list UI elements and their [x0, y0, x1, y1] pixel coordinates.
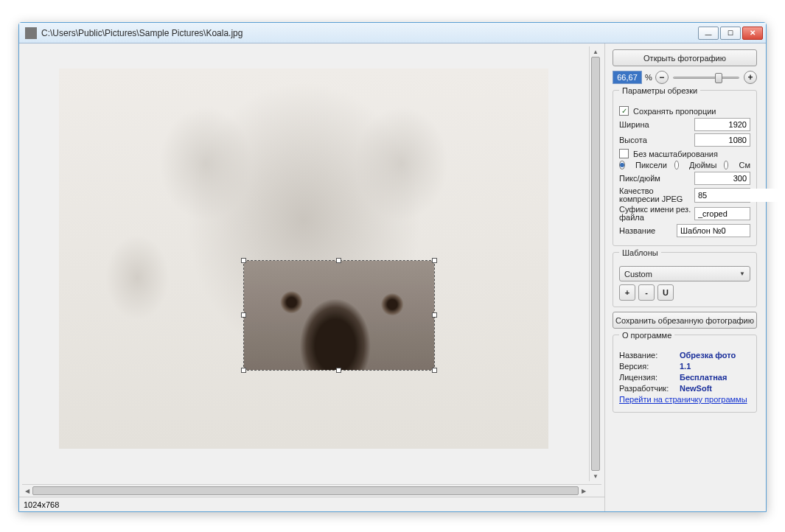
- about-dev: NewSoft: [680, 384, 712, 393]
- scroll-up-icon[interactable]: ▲: [590, 46, 601, 57]
- unit-cm-radio[interactable]: [724, 161, 728, 169]
- templates-title: Шаблоны: [619, 248, 661, 257]
- viewport[interactable]: ▲ ▼: [22, 46, 601, 481]
- keep-ratio-label: Сохранять пропорции: [633, 107, 716, 116]
- side-panel: Открыть фотографию 66,67 % − + Параметры…: [605, 43, 766, 511]
- height-label: Высота: [619, 136, 694, 144]
- about-dev-label: Разработчик:: [619, 384, 680, 393]
- template-update-button[interactable]: U: [657, 284, 674, 301]
- unit-pixels-label: Пиксели: [635, 161, 667, 169]
- crop-selection[interactable]: [243, 260, 435, 371]
- keep-ratio-checkbox[interactable]: ✓: [619, 106, 629, 116]
- close-button[interactable]: [742, 27, 763, 40]
- maximize-button[interactable]: [720, 27, 741, 40]
- templates-current: Custom: [624, 270, 652, 279]
- status-bar: 1024x768: [19, 497, 604, 511]
- scroll-down-icon[interactable]: ▼: [590, 471, 601, 481]
- about-name: Обрезка фото: [680, 351, 736, 360]
- zoom-row: 66,67 % − +: [613, 71, 757, 84]
- crop-handle-w[interactable]: [241, 312, 246, 318]
- unit-pixels-radio[interactable]: [619, 161, 625, 169]
- jpeg-quality-spinner[interactable]: ▲▼: [694, 188, 750, 203]
- about-license-label: Лицензия:: [619, 373, 680, 382]
- template-name-input[interactable]: [677, 224, 750, 237]
- zoom-percent-label: %: [645, 73, 652, 82]
- about-title: О программе: [619, 331, 674, 340]
- template-name-label: Название: [619, 226, 677, 235]
- unit-inches-label: Дюймы: [689, 161, 716, 169]
- slider-knob[interactable]: [715, 73, 722, 83]
- crop-params-title: Параметры обрезки: [619, 86, 700, 95]
- crop-preview: [244, 261, 434, 370]
- crop-handle-nw[interactable]: [241, 258, 246, 263]
- about-name-label: Название:: [619, 351, 680, 360]
- about-group: О программе Название:Обрезка фото Версия…: [613, 335, 757, 413]
- about-link[interactable]: Перейти на страничку программы: [619, 395, 747, 404]
- suffix-input[interactable]: [694, 207, 750, 220]
- scrollbar-horizontal[interactable]: ◀ ▶: [22, 484, 601, 497]
- scroll-thumb-v[interactable]: [591, 57, 600, 471]
- slider-track: [673, 77, 739, 79]
- no-scale-label: Без масштабирования: [633, 150, 718, 158]
- width-input[interactable]: [694, 118, 750, 131]
- suffix-label: Суфикс имени рез. файла: [619, 206, 694, 222]
- template-remove-button[interactable]: -: [638, 284, 655, 301]
- height-input[interactable]: [694, 133, 750, 147]
- crop-handle-ne[interactable]: [432, 258, 437, 263]
- scroll-thumb-h[interactable]: [32, 486, 579, 495]
- titlebar[interactable]: C:\Users\Public\Pictures\Sample Pictures…: [19, 23, 766, 43]
- about-license: Бесплатная: [680, 373, 727, 382]
- templates-combo[interactable]: Custom ▼: [619, 266, 750, 281]
- zoom-out-button[interactable]: −: [655, 71, 669, 84]
- scroll-left-icon[interactable]: ◀: [22, 485, 32, 497]
- app-icon: [25, 27, 37, 39]
- scroll-right-icon[interactable]: ▶: [579, 485, 589, 497]
- app-window: C:\Users\Public\Pictures\Sample Pictures…: [18, 22, 767, 512]
- crop-handle-n[interactable]: [336, 258, 341, 263]
- image-canvas[interactable]: [59, 69, 548, 449]
- crop-handle-sw[interactable]: [241, 368, 246, 373]
- image-preview: [59, 69, 548, 449]
- jpeg-quality-label: Качество компресии JPEG: [619, 187, 694, 203]
- zoom-input[interactable]: 66,67: [613, 71, 642, 84]
- crop-params-group: Параметры обрезки ✓ Сохранять пропорции …: [613, 90, 757, 246]
- unit-cm-label: См: [739, 161, 750, 169]
- save-button[interactable]: Сохранить обрезанную фотографию: [613, 312, 757, 329]
- dpi-input[interactable]: [694, 172, 750, 185]
- zoom-in-button[interactable]: +: [744, 71, 757, 84]
- image-area: ▲ ▼ ◀ ▶ 1024x768: [19, 43, 605, 511]
- chevron-down-icon: ▼: [739, 270, 745, 277]
- no-scale-checkbox[interactable]: [619, 149, 629, 158]
- width-label: Ширина: [619, 120, 694, 129]
- jpeg-quality-input[interactable]: [695, 189, 785, 202]
- window-title: C:\Users\Public\Pictures\Sample Pictures…: [41, 28, 698, 38]
- image-dimensions: 1024x768: [24, 500, 59, 509]
- minimize-button[interactable]: [698, 27, 719, 40]
- crop-handle-e[interactable]: [432, 312, 437, 318]
- about-version-label: Версия:: [619, 362, 680, 371]
- templates-group: Шаблоны Custom ▼ + - U: [613, 252, 757, 307]
- open-button[interactable]: Открыть фотографию: [613, 49, 757, 66]
- crop-handle-se[interactable]: [432, 368, 437, 373]
- dpi-label: Пикс/дюйм: [619, 174, 694, 183]
- unit-inches-radio[interactable]: [674, 161, 679, 169]
- scrollbar-vertical[interactable]: ▲ ▼: [589, 46, 601, 481]
- crop-handle-s[interactable]: [336, 368, 341, 373]
- template-add-button[interactable]: +: [619, 284, 635, 301]
- zoom-slider[interactable]: [671, 71, 741, 84]
- client-area: ▲ ▼ ◀ ▶ 1024x768 Открыть фотографию 66,6…: [19, 43, 766, 511]
- about-version: 1.1: [680, 362, 691, 371]
